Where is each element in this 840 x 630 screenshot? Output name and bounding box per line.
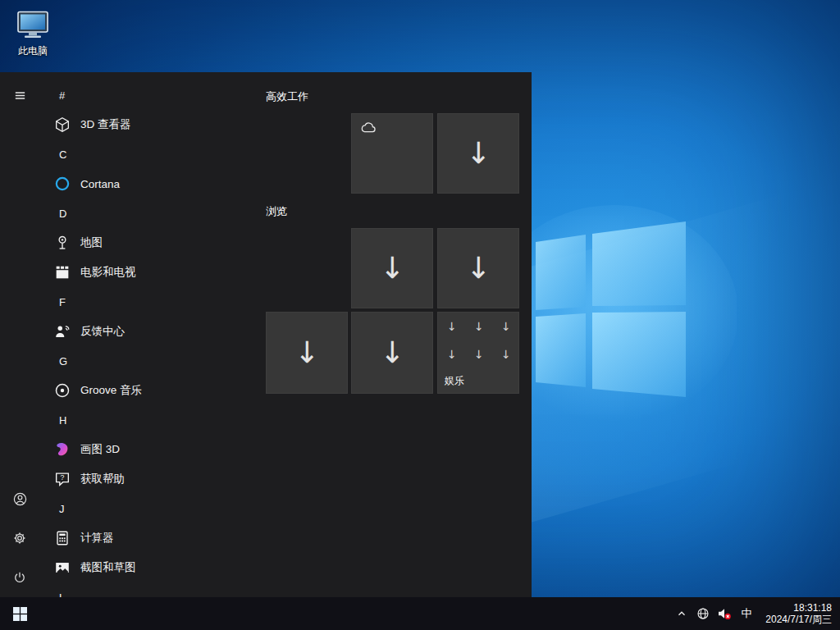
windows-start-icon bbox=[13, 607, 27, 621]
app-item-label: 截图和草图 bbox=[80, 560, 136, 575]
app-item-get-help[interactable]: ? 获取帮助 bbox=[39, 464, 259, 494]
start-button[interactable] bbox=[0, 597, 39, 630]
calculator-icon bbox=[52, 528, 72, 548]
app-item-label: 计算器 bbox=[80, 531, 114, 546]
app-list-letter-j[interactable]: J bbox=[39, 494, 259, 523]
start-menu: # 3D 查看器 C Cortana D 地图 bbox=[0, 72, 532, 597]
tile-area: 高效工作 ↓ 浏览 ↓ ↓ ↓ ↓ ↓ ↓ ↓ bbox=[266, 72, 532, 597]
user-icon bbox=[12, 491, 28, 507]
tile-onedrive[interactable] bbox=[351, 113, 433, 194]
tile-group-title-productivity[interactable]: 高效工作 bbox=[266, 89, 308, 104]
taskbar-clock[interactable]: 18:31:18 2024/7/17/周三 bbox=[758, 597, 840, 630]
tile-group-title-browse[interactable]: 浏览 bbox=[266, 204, 287, 219]
taskbar: 中 18:31:18 2024/7/17/周三 bbox=[0, 597, 840, 630]
desktop-icon-label: 此电脑 bbox=[10, 44, 56, 58]
cortana-icon bbox=[52, 174, 72, 194]
download-arrow-icon: ↓ bbox=[352, 229, 432, 308]
clock-time: 18:31:18 bbox=[793, 602, 832, 614]
onedrive-cloud-icon bbox=[359, 121, 377, 134]
download-arrow-mini-icon: ↓ bbox=[474, 321, 484, 332]
app-item-snip-sketch[interactable]: 截图和草图 bbox=[39, 553, 259, 582]
app-item-label: 获取帮助 bbox=[80, 472, 125, 486]
gear-icon bbox=[12, 531, 27, 546]
app-item-calculator[interactable]: 计算器 bbox=[39, 523, 259, 553]
app-list-letter-f[interactable]: F bbox=[39, 287, 259, 317]
ime-indicator[interactable]: 中 bbox=[735, 597, 758, 630]
system-tray: 中 18:31:18 2024/7/17/周三 bbox=[671, 597, 840, 630]
3d-viewer-icon bbox=[52, 115, 72, 135]
maps-icon bbox=[52, 233, 72, 253]
app-item-feedback-hub[interactable]: 反馈中心 bbox=[39, 317, 259, 346]
power-icon bbox=[12, 570, 27, 585]
download-arrow-mini-icon: ↓ bbox=[501, 321, 511, 332]
speaker-muted-icon bbox=[717, 607, 732, 620]
app-list-letter-h[interactable]: H bbox=[39, 405, 259, 435]
app-list-letter-l[interactable]: L bbox=[39, 582, 259, 597]
tile-downloading-5[interactable]: ↓ bbox=[351, 312, 433, 394]
feedback-hub-icon bbox=[52, 322, 72, 341]
app-list-letter-g[interactable]: G bbox=[39, 346, 259, 376]
settings-button[interactable] bbox=[0, 518, 39, 558]
download-arrow-icon: ↓ bbox=[267, 313, 347, 393]
svg-text:?: ? bbox=[61, 473, 65, 482]
app-item-label: Cortana bbox=[80, 178, 120, 190]
app-item-movies-tv[interactable]: 电影和电视 bbox=[39, 258, 259, 287]
network-globe-icon bbox=[696, 607, 710, 620]
tray-show-hidden-icons[interactable] bbox=[671, 597, 692, 630]
download-arrow-mini-icon: ↓ bbox=[474, 349, 484, 360]
app-item-label: 电影和电视 bbox=[80, 265, 136, 280]
download-arrow-mini-icon: ↓ bbox=[447, 321, 457, 332]
tile-downloading-2[interactable]: ↓ bbox=[351, 228, 433, 308]
app-item-maps[interactable]: 地图 bbox=[39, 228, 259, 258]
chevron-up-icon bbox=[676, 608, 687, 619]
app-list-letter-c[interactable]: C bbox=[39, 139, 259, 169]
desktop-icon-this-pc[interactable]: 此电脑 bbox=[10, 10, 56, 58]
movies-tv-icon bbox=[52, 262, 72, 282]
app-item-label: 地图 bbox=[80, 235, 103, 250]
download-arrow-icon: ↓ bbox=[438, 229, 518, 308]
get-help-icon: ? bbox=[52, 469, 72, 489]
app-item-paint-3d[interactable]: 画图 3D bbox=[39, 435, 259, 464]
app-list: # 3D 查看器 C Cortana D 地图 bbox=[39, 80, 259, 597]
hamburger-icon bbox=[13, 89, 27, 103]
clock-date: 2024/7/17/周三 bbox=[765, 614, 832, 625]
download-arrow-icon: ↓ bbox=[352, 313, 432, 393]
tray-network-button[interactable] bbox=[692, 597, 714, 630]
expand-menu-button[interactable] bbox=[0, 75, 39, 115]
app-item-label: Groove 音乐 bbox=[80, 383, 142, 398]
this-pc-icon bbox=[16, 10, 49, 39]
paint-3d-icon bbox=[52, 440, 72, 459]
app-item-label: 反馈中心 bbox=[80, 324, 125, 339]
user-account-button[interactable] bbox=[0, 479, 39, 518]
snip-sketch-icon bbox=[52, 558, 72, 578]
tile-downloading-1[interactable]: ↓ bbox=[437, 113, 519, 194]
app-list-letter-hash[interactable]: # bbox=[39, 80, 259, 110]
tile-folder-label: 娱乐 bbox=[445, 374, 464, 388]
tile-downloading-4[interactable]: ↓ bbox=[266, 312, 348, 394]
tray-volume-button[interactable] bbox=[714, 597, 735, 630]
app-item-label: 画图 3D bbox=[80, 442, 120, 457]
tile-folder-entertainment[interactable]: ↓ ↓ ↓ ↓ ↓ ↓ 娱乐 bbox=[437, 312, 519, 394]
power-button[interactable] bbox=[0, 558, 39, 597]
download-arrow-icon: ↓ bbox=[438, 114, 518, 193]
tile-downloading-3[interactable]: ↓ bbox=[437, 228, 519, 308]
start-menu-rail bbox=[0, 72, 39, 597]
screen: 此电脑 # bbox=[0, 0, 840, 630]
app-item-groove-music[interactable]: Groove 音乐 bbox=[39, 376, 259, 405]
download-arrow-mini-icon: ↓ bbox=[447, 349, 457, 360]
download-arrow-mini-icon: ↓ bbox=[501, 349, 511, 360]
app-item-label: 3D 查看器 bbox=[80, 117, 131, 132]
app-list-letter-d[interactable]: D bbox=[39, 199, 259, 228]
app-item-3d-viewer[interactable]: 3D 查看器 bbox=[39, 110, 259, 139]
app-item-cortana[interactable]: Cortana bbox=[39, 169, 259, 199]
groove-music-icon bbox=[52, 381, 72, 400]
